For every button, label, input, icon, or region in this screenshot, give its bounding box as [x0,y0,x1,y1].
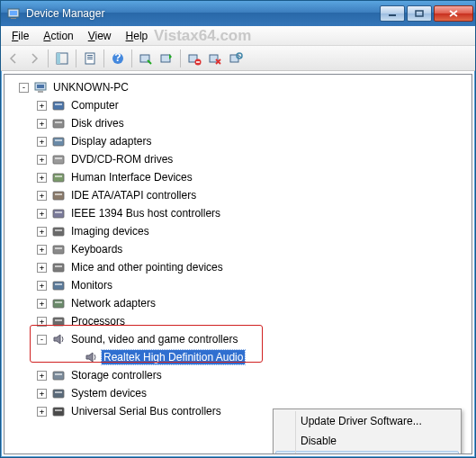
tree-item[interactable]: +Mice and other pointing devices [6,258,472,276]
tree-pane[interactable]: -UNKNOWN-PC+Computer+Disk drives+Display… [4,74,472,454]
toolbar-separator [131,49,132,67]
maximize-button[interactable] [407,5,432,22]
expand-icon[interactable]: + [37,137,47,147]
tree-item-label: Processors [69,314,127,328]
enable-button[interactable] [226,49,246,68]
forward-button[interactable] [24,49,44,68]
svg-rect-30 [53,156,64,164]
tree-item[interactable]: +Storage controllers [6,366,472,384]
svg-rect-44 [53,282,64,290]
svg-rect-3 [389,14,396,16]
update-driver-button[interactable] [157,49,176,68]
expand-icon[interactable]: + [37,227,47,237]
tree-spacer [69,353,79,363]
tree-item-label: Storage controllers [69,368,164,382]
minimize-button[interactable] [380,5,405,22]
svg-rect-36 [53,210,64,218]
expand-icon[interactable]: + [37,299,47,309]
collapse-icon[interactable]: - [19,83,29,93]
menu-uninstall[interactable]: Uninstall [275,451,459,454]
menu-action[interactable]: Action [36,28,80,44]
tree-item[interactable]: +DVD/CD-ROM drives [6,150,472,168]
svg-rect-48 [53,318,64,326]
svg-rect-31 [55,157,62,159]
tree-item-label: System devices [69,386,148,400]
svg-rect-37 [55,211,62,213]
tree-item[interactable]: +IEEE 1394 Bus host controllers [6,204,472,222]
expand-icon[interactable]: + [37,119,47,129]
svg-rect-25 [55,103,62,105]
svg-text:?: ? [114,51,121,64]
watermark: Vistax64.com [154,27,251,45]
svg-rect-34 [53,192,64,200]
svg-rect-8 [87,55,93,56]
tree-item[interactable]: +System devices [6,384,472,402]
svg-rect-50 [53,372,64,380]
tree-item-realtek[interactable]: Realtek High Definition Audio [6,348,472,366]
disable-button[interactable] [205,49,225,68]
svg-rect-33 [55,175,62,177]
tree-item[interactable]: +Human Interface Devices [6,168,472,186]
context-menu: Update Driver Software... Disable Uninst… [273,409,462,454]
titlebar[interactable]: Device Manager [1,1,475,26]
tree-item-label: Imaging devices [69,224,151,238]
menu-disable[interactable]: Disable [275,431,459,451]
expand-icon[interactable]: + [37,209,47,219]
back-button[interactable] [4,49,23,68]
svg-rect-27 [55,121,62,123]
tree-item-sound[interactable]: -Sound, video and game controllers [6,330,472,348]
tree-item[interactable]: +IDE ATA/ATAPI controllers [6,186,472,204]
collapse-icon[interactable]: - [37,335,47,345]
device-icon [50,332,67,346]
tree-root[interactable]: -UNKNOWN-PC [6,78,472,96]
uninstall-button[interactable] [184,49,204,68]
expand-icon[interactable]: + [37,263,47,273]
menu-help[interactable]: Help [119,28,156,44]
expand-icon[interactable]: + [37,101,47,111]
toolbar: ? [1,46,475,71]
device-manager-window: Device Manager File Action View Help Vis… [0,0,476,458]
tree-item-label: UNKNOWN-PC [51,80,130,94]
svg-rect-4 [416,11,423,16]
expand-icon[interactable]: + [37,317,47,327]
expand-icon[interactable]: + [37,281,47,291]
help-button[interactable]: ? [108,49,128,68]
tree-item[interactable]: +Computer [6,96,472,114]
tree-item-label: Universal Serial Bus controllers [69,404,223,418]
toolbar-separator [103,49,104,67]
tree-item[interactable]: +Display adapters [6,132,472,150]
tree-item-label: Disk drives [69,116,126,130]
svg-rect-49 [55,319,62,321]
show-hide-tree-button[interactable] [52,49,72,68]
app-icon [6,6,21,21]
context-menu-gutter [295,411,296,454]
device-icon [50,152,67,166]
tree-item[interactable]: +Network adapters [6,294,472,312]
expand-icon[interactable]: + [37,245,47,255]
tree-item[interactable]: +Imaging devices [6,222,472,240]
expand-icon[interactable]: + [37,371,47,381]
tree-item-label: Keyboards [69,242,124,256]
tree-item[interactable]: +Disk drives [6,114,472,132]
expand-icon[interactable]: + [37,407,47,417]
properties-button[interactable] [80,49,100,68]
expand-icon[interactable]: + [37,389,47,399]
svg-rect-32 [53,174,64,182]
svg-rect-40 [53,246,64,254]
tree-item[interactable]: +Processors [6,312,472,330]
menu-file[interactable]: File [4,28,36,44]
device-icon [50,368,67,382]
menu-view[interactable]: View [81,28,119,44]
svg-rect-2 [11,18,16,19]
tree-item[interactable]: +Keyboards [6,240,472,258]
expand-icon[interactable]: + [37,155,47,165]
scan-hardware-button[interactable] [136,49,156,68]
tree-item-label: Mice and other pointing devices [69,260,225,274]
device-icon [50,188,67,202]
svg-rect-35 [55,193,62,195]
expand-icon[interactable]: + [37,191,47,201]
menu-update-driver[interactable]: Update Driver Software... [275,411,459,431]
tree-item[interactable]: +Monitors [6,276,472,294]
expand-icon[interactable]: + [37,173,47,183]
close-button[interactable] [434,5,473,22]
